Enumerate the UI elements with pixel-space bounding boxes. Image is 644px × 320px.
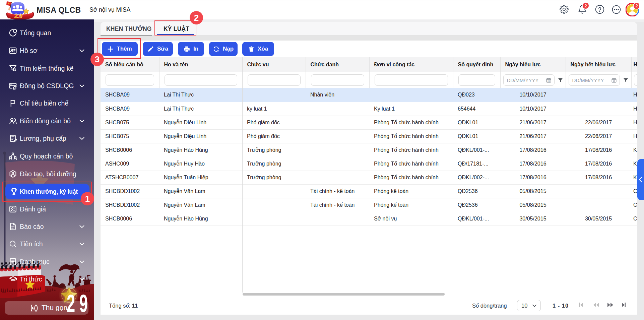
svg-text:23: 23 <box>548 80 550 82</box>
svg-text:2: 2 <box>635 3 638 8</box>
svg-text:23: 23 <box>613 80 615 82</box>
svg-text:2.9: 2.9 <box>14 13 22 19</box>
